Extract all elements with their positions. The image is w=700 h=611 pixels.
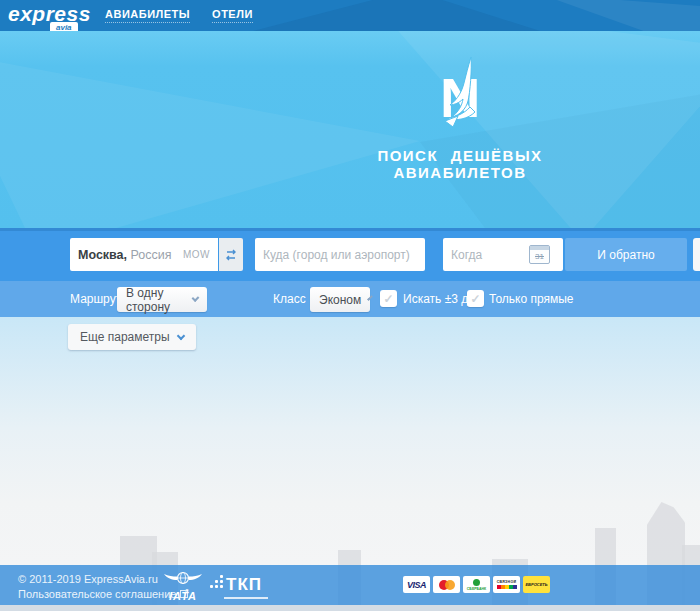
brand-name: express [8, 2, 91, 25]
tkp-logo: ТКП [210, 575, 262, 593]
payment-methods: VISA СБЕРБАНК СВЯЗНОЙ ЕВРОСЕТЬ [403, 576, 550, 593]
origin-field[interactable]: Москва, Россия MOW [70, 238, 218, 271]
svyaznoy-icon: СВЯЗНОЙ [493, 576, 520, 593]
destination-input[interactable] [255, 238, 425, 271]
chevron-down-icon [176, 331, 184, 339]
topbar-decor-polygon [540, 0, 700, 31]
origin-city: Москва, [78, 248, 127, 262]
search-bar: Москва, Россия MOW 31 И обратно [0, 228, 700, 281]
main-nav: АВИАБИЛЕТЫ ОТЕЛИ [105, 0, 253, 31]
bottom-strip [0, 605, 700, 611]
nav-item-hotels[interactable]: ОТЕЛИ [212, 8, 253, 23]
tkp-subtitle-bar [224, 597, 268, 599]
chevron-down-icon [367, 295, 373, 301]
evroset-icon: ЕВРОСЕТЬ [523, 576, 550, 593]
origin-country: Россия [127, 248, 171, 262]
bird-n-logo-icon: N [438, 55, 482, 139]
copyright-text: © 2011-2019 ExpressAvia.ru [18, 573, 158, 585]
visa-icon: VISA [403, 576, 430, 593]
return-trip-button[interactable]: И обратно [565, 238, 687, 271]
plus3days-checkbox[interactable]: ✓ [380, 290, 397, 307]
mastercard-icon [433, 576, 460, 593]
search-options-bar: Маршрут В одну сторону Класс Эконом ✓ Ис… [0, 281, 700, 317]
iata-label: IATA [163, 590, 203, 602]
calendar-icon[interactable]: 31 [529, 245, 550, 264]
hero-section: N ПОИСК ДЕШЁВЫХ АВИАБИЛЕТОВ [0, 31, 700, 228]
swap-button[interactable] [219, 238, 243, 271]
iata-logo: IATA [163, 570, 203, 602]
check-icon: ✓ [470, 293, 480, 305]
origin-airport-code: MOW [183, 249, 210, 260]
chevron-down-icon [192, 294, 200, 302]
class-select[interactable]: Эконом [310, 287, 370, 312]
direct-only-checkbox[interactable]: ✓ [467, 290, 484, 307]
direct-only-label[interactable]: Только прямые [489, 292, 574, 306]
more-params-button[interactable]: Еще параметры [68, 324, 196, 350]
hero-title: ПОИСК ДЕШЁВЫХ АВИАБИЛЕТОВ [310, 147, 610, 181]
tkp-dots-icon [210, 575, 223, 588]
footer: © 2011-2019 ExpressAvia.ru Пользовательс… [0, 565, 700, 605]
destination-field [255, 238, 425, 271]
check-icon: ✓ [383, 293, 393, 305]
iata-winged-globe-icon [164, 570, 202, 588]
route-label: Маршрут [70, 292, 121, 306]
nav-item-avia[interactable]: АВИАБИЛЕТЫ [105, 8, 190, 23]
brand-tag: avia [50, 22, 78, 31]
top-navbar: express avia АВИАБИЛЕТЫ ОТЕЛИ [0, 0, 700, 31]
class-label: Класс [273, 292, 306, 306]
date-input[interactable] [443, 238, 529, 271]
tkp-label: ТКП [226, 576, 262, 593]
date-field: 31 [443, 238, 563, 271]
sberbank-icon: СБЕРБАНК [463, 576, 490, 593]
route-select[interactable]: В одну сторону [117, 287, 207, 312]
brand-logo[interactable]: express avia [8, 2, 91, 26]
swap-arrows-icon [224, 249, 238, 261]
search-button[interactable] [693, 238, 700, 271]
page: express avia АВИАБИЛЕТЫ ОТЕЛИ N ПОИСК ДЕ… [0, 0, 700, 611]
